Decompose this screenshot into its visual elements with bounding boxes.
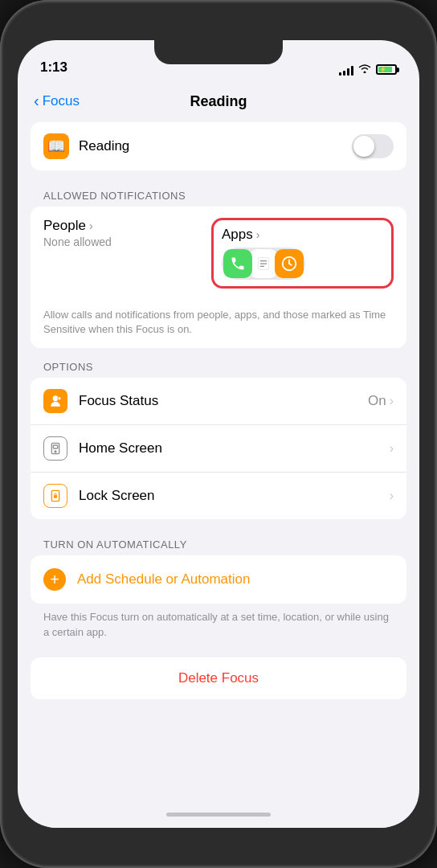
apps-button[interactable]: Apps ›: [222, 227, 383, 243]
signal-icon: [339, 64, 353, 76]
book-icon: 📖: [43, 133, 69, 159]
svg-point-7: [53, 396, 59, 402]
notes-app-icon: [249, 249, 278, 278]
content-area: 📖 Reading ALLOWED NOTIFICATIONS: [18, 122, 419, 800]
focus-status-row[interactable]: Focus Status On ›: [31, 378, 406, 425]
home-screen-icon: [43, 436, 67, 461]
reading-label: Reading: [79, 138, 129, 154]
lock-screen-label: Lock Screen: [79, 488, 390, 504]
options-card: Focus Status On › Home: [31, 378, 406, 519]
options-section-header: OPTIONS: [31, 354, 406, 378]
notifications-inner: People › None allowed Apps ›: [31, 207, 406, 300]
add-schedule-label: Add Schedule or Automation: [77, 571, 250, 588]
reading-left: 📖 Reading: [43, 133, 129, 159]
phone-app-icon: [223, 249, 252, 278]
page-title: Reading: [190, 93, 247, 110]
add-schedule-row[interactable]: + Add Schedule or Automation: [31, 555, 406, 604]
apps-label-text: Apps: [222, 227, 253, 243]
people-label-text: People: [43, 218, 86, 234]
automation-description: Have this Focus turn on automatically at…: [31, 610, 406, 650]
delete-focus-row[interactable]: Delete Focus: [31, 657, 406, 699]
status-icons: ⚡: [339, 63, 397, 76]
people-col: People › None allowed: [43, 218, 205, 248]
focus-status-value: On ›: [368, 393, 394, 409]
nav-bar: ‹ Focus Reading: [18, 80, 419, 122]
lock-screen-row[interactable]: Lock Screen ›: [31, 473, 406, 519]
focus-status-label: Focus Status: [79, 393, 368, 409]
notch: [154, 40, 283, 64]
phone-frame: 1:13 ⚡: [0, 0, 437, 868]
lock-screen-chevron-icon: ›: [390, 489, 394, 503]
svg-rect-11: [53, 445, 57, 448]
people-chevron-icon: ›: [89, 219, 93, 232]
app-icons-row: [222, 248, 305, 280]
people-button[interactable]: People ›: [43, 218, 205, 234]
back-chevron-icon: ‹: [34, 92, 39, 110]
focus-status-chevron-icon: ›: [390, 394, 394, 408]
toggle-knob: [353, 136, 374, 157]
reading-toggle-card: 📖 Reading: [31, 122, 406, 170]
svg-point-12: [55, 451, 56, 452]
svg-line-6: [289, 264, 292, 265]
notifications-section-header: ALLOWED NOTIFICATIONS: [31, 183, 406, 207]
reading-row: 📖 Reading: [31, 122, 406, 170]
home-indicator: [18, 800, 419, 828]
home-screen-label: Home Screen: [79, 440, 390, 457]
home-screen-row[interactable]: Home Screen ›: [31, 425, 406, 473]
status-time: 1:13: [40, 59, 67, 76]
apps-col: Apps ›: [211, 218, 394, 289]
delete-focus-label: Delete Focus: [178, 670, 259, 686]
notifications-card: People › None allowed Apps ›: [31, 207, 406, 348]
phone-screen: 1:13 ⚡: [18, 40, 419, 828]
reading-toggle[interactable]: [352, 134, 394, 158]
back-label: Focus: [43, 93, 80, 109]
svg-point-15: [55, 494, 57, 497]
delete-focus-card: Delete Focus: [31, 657, 406, 699]
back-button[interactable]: ‹ Focus: [34, 92, 80, 110]
automation-section-header: TURN ON AUTOMATICALLY: [31, 532, 406, 555]
plus-icon: +: [43, 568, 66, 591]
battery-icon: ⚡: [376, 64, 397, 75]
focus-status-on: On: [368, 393, 386, 409]
clock-app-icon: [275, 249, 304, 278]
automation-card: + Add Schedule or Automation: [31, 555, 406, 604]
focus-status-icon: [43, 389, 67, 413]
svg-point-9: [58, 397, 60, 399]
home-bar: [166, 813, 271, 817]
apps-chevron-icon: ›: [256, 228, 260, 241]
wifi-icon: [358, 63, 371, 76]
people-sub-label: None allowed: [43, 235, 205, 248]
notifications-description: Allow calls and notifications from peopl…: [31, 300, 406, 348]
home-screen-chevron-icon: ›: [390, 441, 394, 456]
notif-row: People › None allowed Apps ›: [43, 218, 394, 289]
lock-screen-icon: [43, 484, 67, 508]
